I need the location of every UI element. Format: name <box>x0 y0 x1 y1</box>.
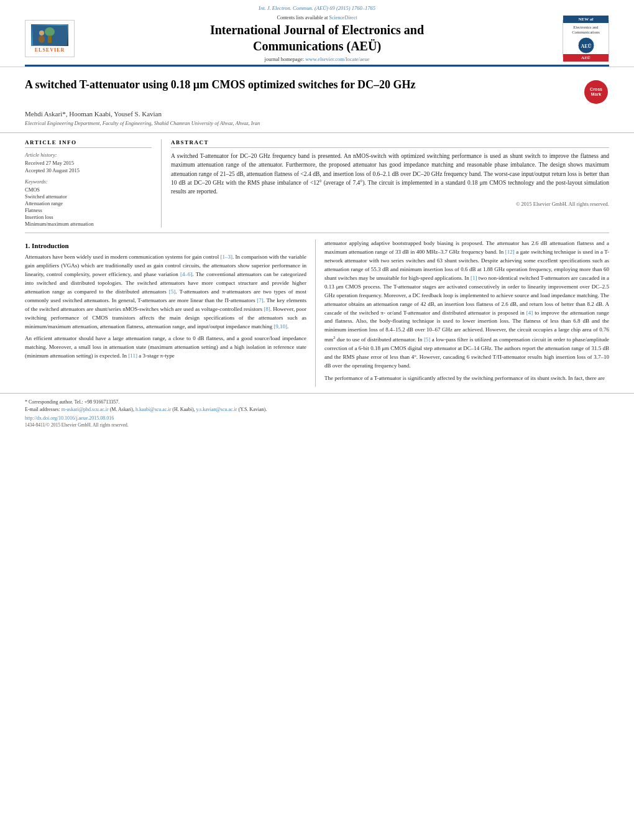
affiliation-text: Electrical Engineering Department, Facul… <box>25 120 260 126</box>
footnote-star: * Corresponding author. Tel.: +98 916671… <box>25 399 609 406</box>
keyword-6: Minimum/maximum attenuation <box>25 221 152 227</box>
copyright: © 2015 Elsevier GmbH. All rights reserve… <box>171 201 609 207</box>
article-title-text: A switched T-attenuator using 0.18 μm CM… <box>25 78 416 91</box>
footer: * Corresponding author. Tel.: +98 916671… <box>0 393 634 431</box>
keywords-section: Keywords: CMOS Switched attenuator Atten… <box>25 178 152 227</box>
email3[interactable]: y.s.kavian@scu.ac.ir <box>196 407 237 412</box>
ref-11: [11] <box>128 353 137 359</box>
crossmark-text: CrossMark <box>590 87 602 96</box>
body-right-column: attenuator applying adaptive bootstrappe… <box>316 239 609 387</box>
homepage-link[interactable]: www.elsevier.com/locate/aeue <box>305 56 369 62</box>
footnote-star-text: * Corresponding author. Tel.: +98 916671… <box>25 399 119 405</box>
abstract-title: ABSTRACT <box>171 139 609 148</box>
email-label: E-mail addresses: <box>25 407 60 412</box>
blue-rule <box>25 65 609 67</box>
body-left-para1: Attenuators have been widely used in mod… <box>25 253 306 331</box>
sciencedirect-link[interactable]: ScienceDirect <box>329 15 357 21</box>
journal-logo-right: NEW af Electronics andCommunications AEÜ… <box>563 20 609 57</box>
crossmark-logo: CrossMark <box>584 80 609 105</box>
body-right-para1: attenuator applying adaptive bootstrappe… <box>324 239 609 371</box>
homepage-label: journal homepage: <box>265 56 305 62</box>
ref-5: [5] <box>169 288 176 295</box>
page: Int. J. Electron. Commun. (AEÜ) 69 (2015… <box>0 0 634 840</box>
ref-12: [12] <box>505 249 515 255</box>
ref-1: [1] <box>471 275 477 281</box>
ref-4-6: [4–6] <box>180 271 193 277</box>
journal-title-line2: Communications (AEÜ) <box>253 39 381 53</box>
journal-header: Int. J. Electron. Commun. (AEÜ) 69 (2015… <box>0 0 634 67</box>
article-title: A switched T-attenuator using 0.18 μm CM… <box>25 77 572 92</box>
contents-text: Contents lists available at <box>277 15 328 21</box>
info-abstract-columns: ARTICLE INFO Article history: Received 2… <box>0 139 634 228</box>
abstract-column: ABSTRACT A switched T-attenuator for DC–… <box>162 139 609 228</box>
abstract-text: A switched T-attenuator for DC–20 GHz fr… <box>171 152 609 196</box>
keyword-3: Attenuation range <box>25 200 152 206</box>
logo-right-middle: Electronics andCommunications <box>570 23 601 37</box>
ref-1-3: [1–3] <box>221 254 233 260</box>
name2: (H. Kaabi), <box>172 407 195 412</box>
ref-4: [4] <box>526 310 533 316</box>
issn-line: 1434-8411/© 2015 Elsevier GmbH. All righ… <box>25 422 609 428</box>
journal-homepage: journal homepage: www.elsevier.com/locat… <box>25 56 609 62</box>
article-info-column: ARTICLE INFO Article history: Received 2… <box>25 139 162 228</box>
citation-line: Int. J. Electron. Commun. (AEÜ) 69 (2015… <box>25 5 609 11</box>
section1-title: 1. Introduction <box>25 242 306 249</box>
authors: Mehdi Askari*, Hooman Kaabi, Yousef S. K… <box>25 110 609 118</box>
journal-title-line1: International Journal of Electronics and <box>210 23 424 37</box>
elsevier-logo: ELSEVIER <box>25 20 75 57</box>
affiliation: Electrical Engineering Department, Facul… <box>25 120 609 126</box>
svg-rect-2 <box>48 35 52 43</box>
journal-title-block: Contents lists available at ScienceDirec… <box>25 15 609 62</box>
logo-right-emblem: AEÜ <box>563 37 609 54</box>
elsevier-logo-image <box>31 24 68 46</box>
article-title-row: A switched T-attenuator using 0.18 μm CM… <box>25 77 609 105</box>
logo-right-top: NEW af <box>563 16 609 23</box>
doi-text: http://dx.doi.org/10.1016/j.aeue.2015.08… <box>25 415 114 421</box>
ref-8: [8] <box>264 306 270 312</box>
article-history-label: Article history: <box>25 152 152 158</box>
citation-text: Int. J. Electron. Commun. (AEÜ) 69 (2015… <box>259 5 375 11</box>
keywords-label: Keywords: <box>25 178 152 185</box>
name3: (Y.S. Kavian). <box>239 407 267 412</box>
keyword-5: Insertion loss <box>25 214 152 220</box>
name1: (M. Askari), <box>110 407 134 412</box>
doi-link[interactable]: http://dx.doi.org/10.1016/j.aeue.2015.08… <box>25 415 609 421</box>
crossmark-circle: CrossMark <box>584 80 608 104</box>
body-columns: 1. Introduction Attenuators have been wi… <box>0 233 634 387</box>
keyword-2: Switched attenuator <box>25 193 152 200</box>
ref-5b: [5] <box>424 336 431 343</box>
keyword-1: CMOS <box>25 187 152 193</box>
body-right-para2: The performance of a T-attenuator is sig… <box>324 374 609 383</box>
svg-point-4 <box>39 35 45 43</box>
received-date: Received 27 May 2015 <box>25 160 152 166</box>
body-left-column: 1. Introduction Attenuators have been wi… <box>25 239 316 387</box>
article-info-title: ARTICLE INFO <box>25 139 152 148</box>
footnote-emails: E-mail addresses: m-askari@phd.scu.ac.ir… <box>25 406 609 413</box>
svg-point-3 <box>39 30 44 35</box>
ref-9-10: [9,10] <box>273 323 287 330</box>
journal-main-title: International Journal of Electronics and… <box>25 22 609 54</box>
keyword-4: Flatness <box>25 207 152 213</box>
svg-text:AEÜ: AEÜ <box>581 44 591 49</box>
journal-row: ELSEVIER Contents lists available at Sci… <box>25 15 609 62</box>
article-header: A switched T-attenuator using 0.18 μm CM… <box>0 67 634 133</box>
accepted-date: Accepted 30 August 2015 <box>25 167 152 173</box>
email2[interactable]: h.kaabi@scu.ac.ir <box>136 407 171 412</box>
elsevier-text: ELSEVIER <box>35 47 65 53</box>
ref-7: [7] <box>257 297 264 303</box>
svg-point-1 <box>45 27 55 36</box>
contents-line: Contents lists available at ScienceDirec… <box>25 15 609 21</box>
logo-right-bottom: AEÜ <box>563 54 609 62</box>
email1[interactable]: m-askari@phd.scu.ac.ir <box>62 407 109 412</box>
authors-text: Mehdi Askari*, Hooman Kaabi, Yousef S. K… <box>25 110 162 118</box>
body-left-para2: An efficient attenuator should have a la… <box>25 335 306 361</box>
